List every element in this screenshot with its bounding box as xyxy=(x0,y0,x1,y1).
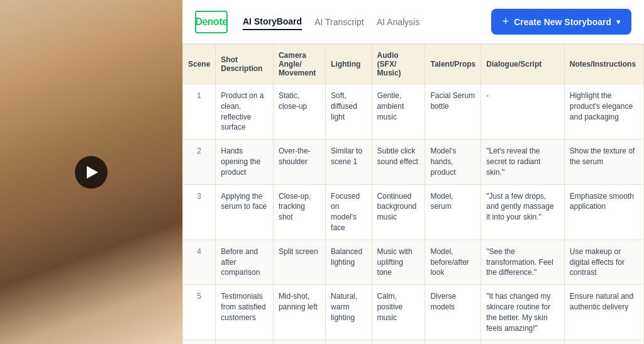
cell-audio: Gentle, ambient music xyxy=(372,84,425,140)
cell-dialogue: "Find [Product Name] at [Retailer] or vi… xyxy=(481,340,565,344)
table-row: 4Before and after comparisonSplit screen… xyxy=(183,240,644,284)
cell-shot: Product on a clean, reflective surface xyxy=(216,84,274,140)
play-icon xyxy=(87,166,98,179)
cell-scene: 4 xyxy=(183,240,216,284)
header-camera: Camera Angle/ Movement xyxy=(273,45,325,84)
cell-scene: 1 xyxy=(183,84,216,140)
right-panel: Denote AI StoryBoard AI Transcript AI An… xyxy=(182,0,644,344)
create-storyboard-button[interactable]: + Create New Storyboard ▾ xyxy=(491,9,631,35)
cell-camera: Wide, pull back xyxy=(273,340,325,344)
cell-shot: Before and after comparison xyxy=(216,240,274,284)
cell-shot: Applying the serum to face xyxy=(216,184,274,240)
table-row: 6Call to action: where to buyWide, pull … xyxy=(183,340,644,344)
storyboard-table-container: Scene Shot Description Camera Angle/ Mov… xyxy=(182,44,644,344)
create-button-label: Create New Storyboard xyxy=(514,17,611,27)
cell-audio: Continued background music xyxy=(372,184,425,240)
header-shot: Shot Description xyxy=(216,45,274,84)
table-header-row: Scene Shot Description Camera Angle/ Mov… xyxy=(183,45,644,84)
tab-storyboard[interactable]: AI StoryBoard xyxy=(243,14,302,30)
storyboard-table: Scene Shot Description Camera Angle/ Mov… xyxy=(182,44,644,344)
cell-notes: Highlight the product's elegance and pac… xyxy=(564,84,643,140)
cell-dialogue: "Just a few drops, and gently massage it… xyxy=(481,184,565,240)
cell-dialogue: "See the transformation. Feel the differ… xyxy=(481,240,565,284)
cell-scene: 3 xyxy=(183,184,216,240)
cell-talent: Model's hands, product xyxy=(425,140,481,184)
chevron-down-icon: ▾ xyxy=(616,18,620,26)
plus-icon: + xyxy=(502,15,509,28)
cell-dialogue: "Let's reveal the secret to radiant skin… xyxy=(481,140,565,184)
cell-dialogue: - xyxy=(481,84,565,140)
cell-lighting: Soft, diffused light xyxy=(326,84,372,140)
cell-shot: Hands opening the product xyxy=(216,140,274,184)
cell-audio: Calm, positive music xyxy=(372,285,425,340)
cell-lighting: Natural, warm lighting xyxy=(326,285,372,340)
tab-transcript[interactable]: AI Transcript xyxy=(314,14,364,30)
table-body: 1Product on a clean, reflective surfaceS… xyxy=(183,84,644,345)
video-panel xyxy=(0,0,182,344)
cell-talent: Diverse models xyxy=(425,285,481,340)
header-scene: Scene xyxy=(183,45,216,84)
header-dialogue: Dialogue/Script xyxy=(481,45,565,84)
header-audio: Audio (SFX/ Music) xyxy=(372,45,425,84)
cell-scene: 2 xyxy=(183,140,216,184)
cell-scene: 6 xyxy=(183,340,216,344)
cell-lighting: Balanced lighting xyxy=(326,240,372,284)
cell-notes: Show the texture of the serum xyxy=(564,140,643,184)
cell-talent: Website URL, store info xyxy=(425,340,481,344)
cell-notes: Emphasize smooth application xyxy=(564,184,643,240)
table-row: 5Testimonials from satisfied customersMi… xyxy=(183,285,644,340)
cell-audio: Upbeat, closing music xyxy=(372,340,425,344)
cell-audio: Music with uplifting tone xyxy=(372,240,425,284)
cell-shot: Call to action: where to buy xyxy=(216,340,274,344)
cell-talent: Facial Serum bottle xyxy=(425,84,481,140)
cell-notes: Use makeup or digital effects for contra… xyxy=(564,240,643,284)
header-lighting: Lighting xyxy=(326,45,372,84)
cell-talent: Model, serum xyxy=(425,184,481,240)
cell-notes: Ensure natural and authentic delivery xyxy=(564,285,643,340)
cell-camera: Static, close-up xyxy=(273,84,325,140)
table-row: 1Product on a clean, reflective surfaceS… xyxy=(183,84,644,140)
cell-audio: Subtle click sound effect xyxy=(372,140,425,184)
header: Denote AI StoryBoard AI Transcript AI An… xyxy=(182,0,644,44)
cell-lighting: Bright, inviting light xyxy=(326,340,372,344)
cell-scene: 5 xyxy=(183,285,216,340)
nav-tabs: AI StoryBoard AI Transcript AI Analysis xyxy=(243,14,419,30)
play-button[interactable] xyxy=(75,156,108,189)
cell-camera: Mid-shot, panning left xyxy=(273,285,325,340)
cell-camera: Over-the-shoulder xyxy=(273,140,325,184)
table-row: 2Hands opening the productOver-the-shoul… xyxy=(183,140,644,184)
cell-dialogue: "It has changed my skincare routine for … xyxy=(481,285,565,340)
cell-lighting: Similar to scene 1 xyxy=(326,140,372,184)
header-notes: Notes/Instructions xyxy=(564,45,643,84)
cell-camera: Close-up, tracking shot xyxy=(273,184,325,240)
header-talent: Talent/Props xyxy=(425,45,481,84)
cell-shot: Testimonials from satisfied customers xyxy=(216,285,274,340)
logo: Denote xyxy=(195,11,228,33)
cell-talent: Model, before/after look xyxy=(425,240,481,284)
tab-analysis[interactable]: AI Analysis xyxy=(377,14,419,30)
cell-lighting: Focused on model's face xyxy=(326,184,372,240)
logo-box: Denote xyxy=(195,11,228,33)
cell-camera: Split screen xyxy=(273,240,325,284)
cell-notes: Include clear visual of purchasing infor… xyxy=(564,340,643,344)
table-row: 3Applying the serum to faceClose-up, tra… xyxy=(183,184,644,240)
